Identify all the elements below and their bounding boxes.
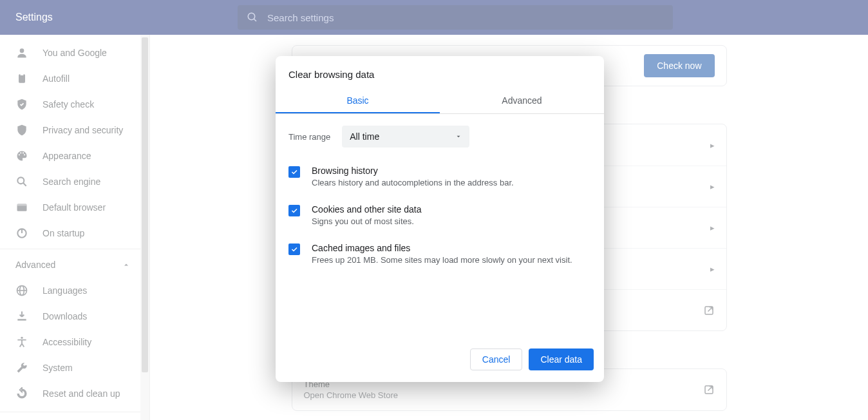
dialog-tabs: Basic Advanced [276,89,604,114]
chevron-right-icon: ▸ [710,182,715,191]
option-subtitle: Clears history and autocompletions in th… [312,178,514,187]
dialog-title: Clear browsing data [276,56,604,89]
svg-point-6 [20,152,21,153]
checkbox[interactable] [288,243,300,255]
option-title: Cached images and files [312,243,572,253]
svg-point-5 [19,154,20,155]
search-input[interactable]: Search settings [238,5,673,30]
chevron-right-icon: ▸ [710,223,715,233]
svg-point-19 [21,337,23,339]
clear-browsing-data-dialog: Clear browsing data Basic Advanced Time … [276,56,604,382]
globe-icon [15,284,28,297]
sidebar-item-autofill[interactable]: Autofill [0,66,149,91]
sidebar-item-default-browser[interactable]: Default browser [0,195,149,220]
sidebar-item-label: Downloads [42,311,87,321]
option-cached[interactable]: Cached images and files Frees up 201 MB.… [288,236,591,275]
svg-rect-12 [17,204,27,205]
time-range-select[interactable]: All time [342,126,469,148]
shield-icon [15,124,28,137]
sidebar-item-downloads[interactable]: Downloads [0,303,149,329]
open-external-icon [703,305,715,316]
clipboard-icon [15,72,28,85]
advanced-label: Advanced [15,260,55,270]
search-icon [15,175,28,188]
option-title: Cookies and other site data [312,204,421,215]
sidebar-item-you-and-google[interactable]: You and Google [0,40,149,66]
sidebar-item-label: Search engine [42,177,100,187]
scrollbar-thumb[interactable] [142,37,148,372]
chevron-up-icon [122,261,130,269]
accessibility-icon [15,336,28,348]
browser-icon [15,201,28,214]
tab-basic[interactable]: Basic [276,89,440,113]
option-browsing-history[interactable]: Browsing history Clears history and auto… [288,159,591,198]
sidebar-item-search-engine[interactable]: Search engine [0,169,149,195]
chevron-right-icon: ▸ [710,264,715,274]
sidebar-item-on-startup[interactable]: On startup [0,220,149,246]
option-title: Browsing history [312,166,514,176]
time-range-value: All time [350,131,379,142]
check-now-button[interactable]: Check now [644,54,714,77]
separator [0,412,149,412]
page-title: Settings [0,12,238,23]
shield-check-icon [15,98,28,111]
restore-icon [15,387,28,400]
sidebar-item-reset[interactable]: Reset and clean up [0,381,149,406]
svg-line-10 [23,183,26,186]
row-subtitle: Open Chrome Web Store [304,390,703,400]
open-external-icon [703,384,715,396]
option-subtitle: Signs you out of most sites. [312,216,421,226]
svg-rect-18 [17,319,26,321]
svg-point-9 [17,177,24,184]
svg-line-1 [254,19,256,21]
checkbox[interactable] [288,166,300,178]
svg-point-2 [20,48,24,53]
top-bar: Settings Search settings [0,0,868,35]
sidebar-item-label: System [42,363,73,373]
sidebar-item-label: Autofill [42,73,70,84]
dropdown-arrow-icon [455,133,462,140]
option-cookies[interactable]: Cookies and other site data Signs you ou… [288,198,591,236]
download-icon [15,310,28,323]
sidebar-item-appearance[interactable]: Appearance [0,143,149,169]
palette-icon [15,149,28,162]
sidebar-item-label: You and Google [42,48,107,58]
sidebar-item-safety-check[interactable]: Safety check [0,91,149,117]
sidebar-advanced-toggle[interactable]: Advanced [0,252,149,278]
sidebar-item-system[interactable]: System [0,355,149,381]
sidebar-item-languages[interactable]: Languages [0,278,149,303]
option-subtitle: Frees up 201 MB. Some sites may load mor… [312,255,572,265]
svg-point-0 [248,13,255,20]
sidebar-item-privacy[interactable]: Privacy and security [0,117,149,143]
svg-rect-3 [19,74,25,82]
sidebar-item-label: Safety check [42,99,94,110]
sidebar: You and Google Autofill Safety check Pri… [0,35,150,420]
separator [0,249,149,249]
svg-point-7 [23,152,24,153]
clear-data-button[interactable]: Clear data [529,348,594,370]
sidebar-item-label: Reset and clean up [42,388,120,399]
person-icon [15,46,28,59]
sidebar-item-label: Languages [42,285,87,296]
power-icon [15,227,28,240]
sidebar-item-label: Accessibility [42,337,91,347]
tab-advanced[interactable]: Advanced [440,89,604,113]
sidebar-scrollbar[interactable] [140,35,149,420]
svg-point-8 [24,154,25,155]
sidebar-item-label: Appearance [42,151,91,161]
sidebar-item-label: On startup [42,228,84,238]
time-range-label: Time range [288,132,330,142]
search-icon [247,12,258,23]
chevron-right-icon: ▸ [710,140,715,150]
sidebar-item-accessibility[interactable]: Accessibility [0,329,149,355]
wrench-icon [15,361,28,374]
sidebar-item-label: Default browser [42,202,106,213]
search-placeholder: Search settings [267,12,334,23]
svg-rect-4 [21,73,24,75]
cancel-button[interactable]: Cancel [470,348,523,370]
sidebar-item-label: Privacy and security [42,125,123,135]
checkbox[interactable] [288,205,300,216]
